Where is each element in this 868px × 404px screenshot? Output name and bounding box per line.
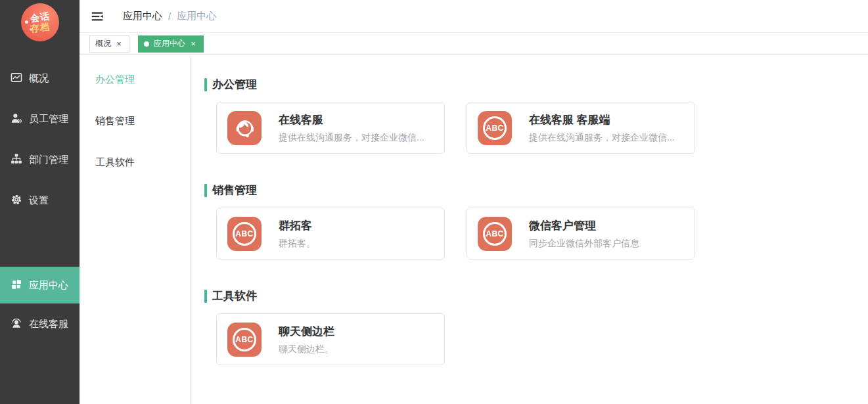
page-body: 办公管理 销售管理 工具软件 办公管理 [80,56,868,404]
app-window: 会话 存档 概况 员工管理 部门管理 [0,0,868,404]
card-row: ABC 聊天侧边栏 聊天侧边栏。 [216,313,852,365]
sidebar-item-label: 应用中心 [29,279,68,292]
sidebar-item-label: 员工管理 [29,113,68,125]
section-tools: 工具软件 ABC 聊天侧边栏 聊天侧边栏。 [204,288,852,365]
main-area: 应用中心 / 应用中心 概况 × 应用中心 × 办公管理 [80,0,868,404]
section-title: 工具软件 [212,288,257,303]
card-text: 群拓客 群拓客。 [279,218,315,250]
section-office: 办公管理 在线客服 提供在线沟通服务，对接企业微信... [204,77,852,154]
app-name: 聊天侧边栏 [279,324,334,339]
tab-label: 概况 [95,38,111,49]
app-description: 同步企业微信外部客户信息 [529,238,639,250]
sidebar-item-employees[interactable]: 员工管理 [0,99,80,139]
sidebar-item-online-service[interactable]: 在线客服 [0,303,80,344]
app-description: 聊天侧边栏。 [279,344,334,355]
sidebar-item-label: 在线客服 [29,318,68,330]
breadcrumb: 应用中心 / 应用中心 [123,10,216,22]
breadcrumb-level2: 应用中心 [177,10,216,22]
apps-grid-icon [11,279,22,292]
gear-icon [11,194,22,208]
navbar: 应用中心 / 应用中心 [80,0,868,33]
section-header: 办公管理 [204,77,852,92]
user-gear-icon [11,112,22,126]
breadcrumb-separator: / [168,11,171,22]
category-label: 销售管理 [95,115,135,127]
sidebar: 会话 存档 概况 员工管理 部门管理 [0,0,80,404]
app-description: 提供在线沟通服务，对接企业微信... [529,132,675,144]
sidebar-menu: 概况 员工管理 部门管理 设置 [0,58,80,344]
tab-app-center[interactable]: 应用中心 × [138,35,204,53]
section-accent-bar [204,290,207,303]
card-text: 在线客服 提供在线沟通服务，对接企业微信... [279,112,424,144]
abc-badge-icon: ABC [227,323,262,357]
app-card-online-service[interactable]: 在线客服 提供在线沟通服务，对接企业微信... [216,102,445,154]
close-icon[interactable]: × [114,39,124,49]
card-text: 微信客户管理 同步企业微信外部客户信息 [529,218,639,250]
section-header: 工具软件 [204,288,852,303]
tab-overview[interactable]: 概况 × [89,35,129,53]
sidebar-item-label: 概况 [29,72,49,85]
sidebar-collapse-button[interactable] [89,9,105,24]
tabs-bar: 概况 × 应用中心 × [80,33,868,55]
app-logo[interactable]: 会话 存档 [21,3,59,41]
app-card-group-customer[interactable]: ABC 群拓客 群拓客。 [216,208,445,259]
category-menu: 办公管理 销售管理 工具软件 [80,56,191,404]
sidebar-item-label: 部门管理 [29,154,68,166]
app-list-content: 办公管理 在线客服 提供在线沟通服务，对接企业微信... [191,56,868,404]
section-header: 销售管理 [204,183,852,198]
sidebar-item-settings[interactable]: 设置 [0,180,80,221]
section-title: 办公管理 [212,77,257,92]
card-row: 在线客服 提供在线沟通服务，对接企业微信... ABC 在线客服 客服端 提供在… [216,102,852,154]
abc-text: ABC [235,229,254,238]
sidebar-item-departments[interactable]: 部门管理 [0,139,80,180]
abc-text: ABC [486,123,504,133]
chart-line-icon [11,72,22,85]
org-chart-icon [11,153,22,167]
app-name: 群拓客 [279,218,315,233]
app-description: 群拓客。 [279,238,315,250]
abc-text: ABC [235,335,254,344]
app-name: 在线客服 客服端 [529,112,675,127]
app-name: 微信客户管理 [529,218,639,233]
active-dot-icon [144,41,149,47]
abc-badge-icon: ABC [478,217,512,251]
app-card-online-service-agent[interactable]: ABC 在线客服 客服端 提供在线沟通服务，对接企业微信... [467,102,695,154]
abc-badge-icon: ABC [227,217,262,251]
sidebar-item-app-center[interactable]: 应用中心 [0,267,80,303]
section-title: 销售管理 [212,183,257,198]
category-item-office[interactable]: 办公管理 [80,59,190,101]
tab-label: 应用中心 [154,38,185,49]
headset-agent-icon [227,111,262,145]
category-item-tools[interactable]: 工具软件 [80,142,190,183]
category-label: 办公管理 [95,74,135,86]
app-card-chat-sidebar[interactable]: ABC 聊天侧边栏 聊天侧边栏。 [216,313,445,365]
close-icon[interactable]: × [189,39,198,49]
support-agent-icon [11,317,22,331]
section-accent-bar [204,78,207,91]
abc-text: ABC [486,229,504,238]
app-description: 提供在线沟通服务，对接企业微信... [279,132,424,144]
sidebar-item-overview[interactable]: 概况 [0,58,80,99]
card-row: ABC 群拓客 群拓客。 ABC 微信 [216,208,852,259]
card-text: 聊天侧边栏 聊天侧边栏。 [279,324,334,355]
app-name: 在线客服 [279,112,424,127]
card-text: 在线客服 客服端 提供在线沟通服务，对接企业微信... [529,112,675,144]
section-sales: 销售管理 ABC 群拓客 群拓客。 [204,183,852,259]
app-card-wechat-customer[interactable]: ABC 微信客户管理 同步企业微信外部客户信息 [467,208,695,259]
category-label: 工具软件 [95,156,135,169]
section-accent-bar [204,184,207,197]
breadcrumb-level1[interactable]: 应用中心 [123,10,162,22]
sidebar-spacer [0,221,80,267]
category-item-sales[interactable]: 销售管理 [80,101,190,142]
sidebar-item-label: 设置 [29,194,49,207]
logo-text-line2: 存档 [30,21,51,34]
abc-badge-icon: ABC [478,111,512,145]
